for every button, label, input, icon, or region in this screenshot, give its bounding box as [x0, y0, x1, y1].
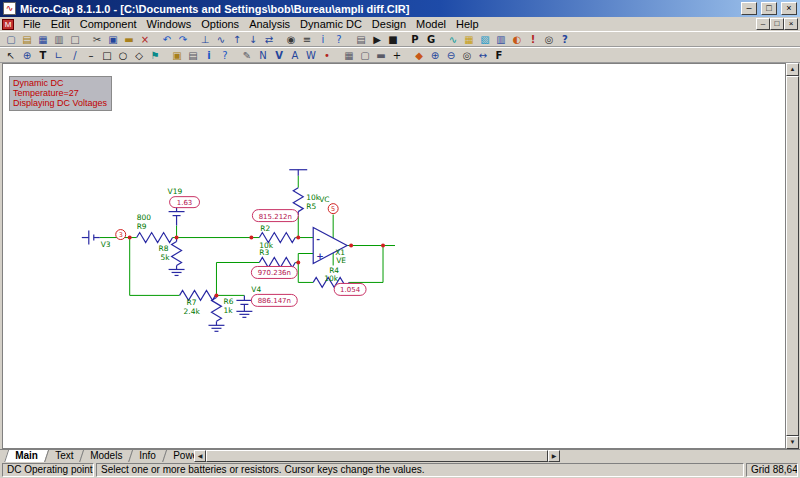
animate-icon[interactable]: ◐: [509, 32, 525, 46]
pan-icon[interactable]: ↔: [475, 48, 491, 62]
title-block-icon[interactable]: ▬: [373, 48, 389, 62]
node-voltages-icon[interactable]: V: [271, 48, 287, 62]
close-button[interactable]: ×: [781, 2, 797, 15]
state-variables-icon[interactable]: !: [525, 32, 541, 46]
copy-icon[interactable]: ▣: [105, 32, 121, 46]
diagonal-wire-mode-icon[interactable]: /: [67, 48, 83, 62]
performance-icon[interactable]: ▥: [493, 32, 509, 46]
child-close-button[interactable]: ×: [784, 18, 798, 30]
resistor-r5[interactable]: 10k R5: [293, 188, 320, 216]
clear-icon[interactable]: ×: [137, 32, 153, 46]
info-icon[interactable]: i: [201, 48, 217, 62]
vertical-scroll-thumb[interactable]: [786, 76, 799, 436]
run-icon[interactable]: ▶: [369, 32, 385, 46]
zoom-out-icon[interactable]: ⊖: [443, 48, 459, 62]
new-circuit-icon[interactable]: ▢: [3, 32, 19, 46]
three-d-plot-icon[interactable]: ▧: [477, 32, 493, 46]
menu-model[interactable]: Model: [411, 17, 451, 31]
battery-v19[interactable]: V19 1.63: [168, 187, 200, 226]
rectangle-mode-icon[interactable]: □: [99, 48, 115, 62]
magnify-icon[interactable]: ◎: [459, 48, 475, 62]
restore-button[interactable]: □: [761, 2, 777, 15]
color-palette-icon[interactable]: ◆: [411, 48, 427, 62]
waveform-icon[interactable]: ∿: [445, 32, 461, 46]
menu-file[interactable]: File: [18, 17, 46, 31]
menu-component[interactable]: Component: [75, 17, 142, 31]
print-icon[interactable]: ▥: [51, 32, 67, 46]
paste-icon[interactable]: ▬: [121, 32, 137, 46]
analysis-limits-icon[interactable]: ▤: [353, 32, 369, 46]
child-restore-button[interactable]: □: [770, 18, 784, 30]
resistor-r9[interactable]: 800 R9: [137, 213, 173, 243]
point-to-point-icon[interactable]: ✎: [239, 48, 255, 62]
wires[interactable]: [100, 176, 395, 296]
menu-analysis[interactable]: Analysis: [244, 17, 295, 31]
ground-icon[interactable]: ⊥: [197, 32, 213, 46]
polygon-mode-icon[interactable]: ◇: [131, 48, 147, 62]
cut-icon[interactable]: ✂: [89, 32, 105, 46]
scroll-down-button[interactable]: ▼: [786, 436, 799, 449]
battery-v4[interactable]: V4 886.147n: [236, 285, 297, 311]
pin-connections-icon[interactable]: •: [319, 48, 335, 62]
scroll-up-button[interactable]: ▲: [786, 63, 799, 76]
step-up-icon[interactable]: ↑: [229, 32, 245, 46]
scale-mode-icon[interactable]: ▤: [185, 48, 201, 62]
vertical-scrollbar[interactable]: ▲ ▼: [786, 63, 799, 449]
stop-icon[interactable]: ■: [385, 32, 401, 46]
font-icon[interactable]: F: [491, 48, 507, 62]
menu-edit[interactable]: Edit: [46, 17, 75, 31]
minimize-button[interactable]: –: [741, 2, 757, 15]
sine-source-icon[interactable]: ∿: [213, 32, 229, 46]
go-icon[interactable]: G: [423, 32, 439, 46]
border-toggle-icon[interactable]: ▢: [357, 48, 373, 62]
line-mode-icon[interactable]: –: [83, 48, 99, 62]
help-mode-icon[interactable]: ?: [331, 32, 347, 46]
resistor-r4[interactable]: R4 10k 1.054: [313, 266, 366, 295]
help-point-icon[interactable]: ?: [217, 48, 233, 62]
node-numbers-icon[interactable]: N: [255, 48, 271, 62]
resistor-r6[interactable]: R6 1k: [211, 295, 233, 325]
menu-windows[interactable]: Windows: [142, 17, 197, 31]
watch-icon[interactable]: ◎: [541, 32, 557, 46]
wire-mode-icon[interactable]: ∟: [51, 48, 67, 62]
schematic-drawing[interactable]: V3 3 800 R9 V19 1.63 R8: [3, 64, 786, 449]
print-preview-icon[interactable]: □: [67, 32, 83, 46]
horizontal-scroll-thumb[interactable]: [206, 450, 548, 462]
scroll-left-button[interactable]: ◀: [194, 450, 206, 462]
find-icon[interactable]: ◉: [283, 32, 299, 46]
power-display-icon[interactable]: W: [303, 48, 319, 62]
scroll-right-button[interactable]: ▶: [548, 450, 560, 462]
info-mode-icon[interactable]: i: [315, 32, 331, 46]
resistor-r7[interactable]: R7 2.4k: [180, 290, 216, 316]
save-file-icon[interactable]: ▦: [35, 32, 51, 46]
menu-help[interactable]: Help: [451, 17, 484, 31]
resistor-r3[interactable]: 10k R3 970.236n: [251, 241, 297, 279]
menu-design[interactable]: Design: [367, 17, 411, 31]
crosshair-icon[interactable]: +: [389, 48, 405, 62]
text-mode-icon[interactable]: T: [35, 48, 51, 62]
ellipse-mode-icon[interactable]: ○: [115, 48, 131, 62]
battery-v3[interactable]: V3: [82, 231, 111, 249]
horizontal-scrollbar[interactable]: ◀ ▶: [194, 450, 560, 462]
zoom-in-icon[interactable]: ⊕: [427, 48, 443, 62]
monte-carlo-icon[interactable]: ▦: [461, 32, 477, 46]
menu-options[interactable]: Options: [196, 17, 244, 31]
redo-icon[interactable]: ↷: [175, 32, 191, 46]
help-icon[interactable]: ?: [557, 32, 573, 46]
mirror-icon[interactable]: ⇄: [261, 32, 277, 46]
find-repeat-icon[interactable]: ≡: [299, 32, 315, 46]
open-file-icon[interactable]: ▤: [19, 32, 35, 46]
document-icon[interactable]: M: [2, 19, 14, 30]
current-display-icon[interactable]: A: [287, 48, 303, 62]
menu-dynamic-dc[interactable]: Dynamic DC: [295, 17, 367, 31]
probe-icon[interactable]: P: [407, 32, 423, 46]
schematic-page[interactable]: Dynamic DCTemperature=27Displaying DC Vo…: [2, 63, 786, 449]
picture-mode-icon[interactable]: ▣: [169, 48, 185, 62]
undo-icon[interactable]: ↶: [159, 32, 175, 46]
select-mode-icon[interactable]: ↖: [3, 48, 19, 62]
step-down-icon[interactable]: ↓: [245, 32, 261, 46]
child-minimize-button[interactable]: –: [756, 18, 770, 30]
flag-mode-icon[interactable]: ⚑: [147, 48, 163, 62]
component-mode-icon[interactable]: ⊕: [19, 48, 35, 62]
grid-toggle-icon[interactable]: ▦: [341, 48, 357, 62]
